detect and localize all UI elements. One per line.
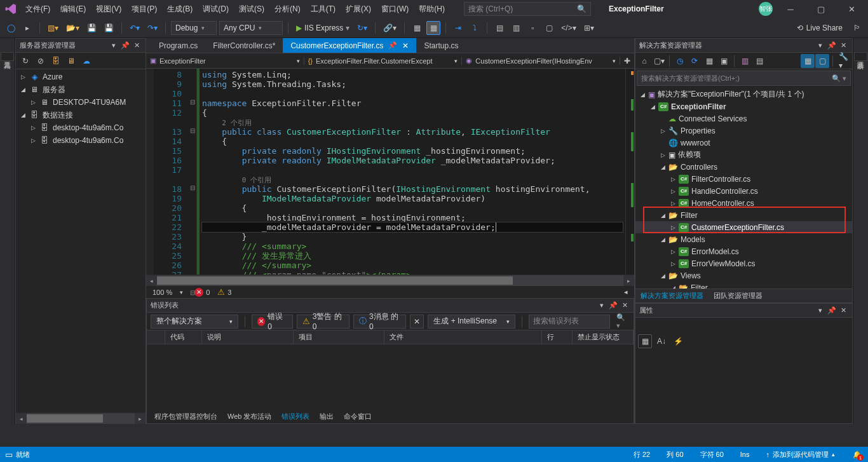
save-all-button[interactable]: 💾 — [102, 21, 116, 35]
tb-extra-3[interactable]: ▫ — [526, 21, 539, 35]
tb-extra-6[interactable]: ⊞▾ — [581, 21, 597, 35]
scope-select[interactable]: 整个解决方案▾ — [151, 315, 238, 329]
sln-node[interactable]: ◢📂Views — [635, 269, 852, 282]
doc-tab[interactable]: CustomerExceptionFilter.cs📌✕ — [283, 38, 416, 53]
nav-back-button[interactable]: ◯ — [4, 21, 18, 35]
menu-测试(S)[interactable]: 测试(S) — [234, 2, 269, 17]
col-header[interactable]: 禁止显示状态 — [573, 330, 634, 344]
tb-extra-4[interactable]: ▢ — [542, 21, 556, 35]
config-select[interactable]: Debug▾ — [171, 21, 217, 35]
solution-search[interactable]: 搜索解决方案资源管理器(Ctrl+;) 🔍 ▾ — [637, 71, 851, 86]
tb-extra-5[interactable]: </>▾ — [559, 21, 578, 35]
zoom-level[interactable]: 100 % — [153, 289, 172, 296]
alphabetical-icon[interactable]: A↓ — [654, 334, 668, 348]
doc-tab[interactable]: Startup.cs — [416, 38, 466, 53]
server-hscroll[interactable]: ◂ ▸ — [16, 412, 146, 423]
panel-pin-icon[interactable]: 📌 — [827, 41, 837, 51]
connect-db-icon[interactable]: 🗄 — [49, 54, 63, 68]
panel-close-icon[interactable]: ✕ — [838, 306, 848, 316]
nav-member[interactable]: ◉CustomerExceptionFilter(IHostingEnv▾ — [462, 57, 620, 65]
panel-close-icon[interactable]: ✕ — [132, 41, 142, 51]
solution-tree[interactable]: ◢▣解决方案"ExceptionFilter"(1 个项目/共 1 个)◢C#E… — [635, 87, 852, 289]
panel-pin-icon[interactable]: 📌 — [608, 301, 618, 311]
output-tab[interactable]: Web 发布活动 — [222, 411, 276, 423]
sln-bottom-tab[interactable]: 团队资源管理器 — [709, 290, 768, 302]
server-node[interactable]: ▷🗄desktop-4tu9a6m.Co — [16, 134, 146, 147]
menu-文件(F)[interactable]: 文件(F) — [20, 2, 55, 17]
sln-bottom-tab[interactable]: 解决方案资源管理器 — [635, 290, 709, 302]
messages-filter-button[interactable]: ⓘ3消息 的 0 — [353, 315, 406, 329]
nav-split-icon[interactable]: ✚ — [620, 57, 634, 65]
doc-tab[interactable]: FilterController.cs* — [205, 38, 283, 53]
col-header[interactable]: 说明 — [202, 330, 293, 344]
menubar-search[interactable]: 搜索 (Ctrl+Q) 🔍 — [464, 2, 591, 16]
output-tab[interactable]: 程序包管理器控制台 — [149, 411, 222, 423]
home-icon[interactable]: ⌂ — [637, 54, 651, 68]
col-header[interactable]: 行 — [542, 330, 573, 344]
properties-icon[interactable]: 🔧▾ — [836, 54, 850, 68]
scroll-right-icon[interactable]: ▸ — [623, 275, 634, 286]
output-tab[interactable]: 错误列表 — [276, 411, 315, 423]
tb-extra-2[interactable]: ▥ — [509, 21, 523, 35]
panel-pin-icon[interactable]: 📌 — [827, 306, 837, 316]
server-node[interactable]: ◢🗄数据连接 — [16, 109, 146, 121]
close-tab-icon[interactable]: ✕ — [402, 41, 409, 50]
scroll-left-icon[interactable]: ◂ — [146, 275, 157, 286]
sln-node[interactable]: ◢📂Filter — [635, 209, 852, 221]
events-icon[interactable]: ⚡ — [671, 334, 686, 348]
toolbox-tab[interactable]: 工具箱 — [1, 52, 14, 61]
stop-icon[interactable]: ⊘ — [34, 54, 48, 68]
browser-link-button[interactable]: 🔗▾ — [381, 21, 399, 35]
sln-node[interactable]: ◢📂Filter — [635, 282, 852, 289]
user-avatar[interactable]: 智张 — [759, 2, 773, 16]
code-editor[interactable]: 8910111213141516171819202122232425262728… — [146, 69, 634, 275]
panel-close-icon[interactable]: ✕ — [838, 41, 848, 51]
open-file-button[interactable]: 📂▾ — [64, 21, 82, 35]
server-node[interactable]: ▷◈Azure — [16, 71, 146, 83]
panel-pin-icon[interactable]: 📌 — [120, 41, 130, 51]
server-tree[interactable]: ▷◈Azure◢🖥服务器▷🖥DESKTOP-4TU9A6M◢🗄数据连接▷🗄des… — [16, 69, 146, 412]
sln-node[interactable]: ◢📂Models — [635, 233, 852, 245]
output-tab[interactable]: 命令窗口 — [339, 411, 377, 423]
code-content[interactable]: using System.Linq;using System.Threading… — [200, 69, 625, 275]
azure-icon[interactable]: ☁ — [79, 54, 93, 68]
menu-项目(P)[interactable]: 项目(P) — [126, 2, 162, 17]
panel-dropdown-icon[interactable]: ▾ — [815, 41, 825, 51]
panel-close-icon[interactable]: ✕ — [620, 301, 630, 311]
toolbox-btn-1[interactable]: ▦ — [410, 21, 424, 35]
sln-node[interactable]: ▷C#HomeController.cs — [635, 197, 852, 209]
refresh-icon[interactable]: ↻ — [18, 54, 32, 68]
scroll-left-icon[interactable]: ◂ — [16, 413, 27, 424]
col-header[interactable]: 项目 — [294, 330, 384, 344]
diagnostics-tab[interactable]: 诊断工具 — [854, 52, 867, 61]
sln-node[interactable]: ▷C#ErrorViewModel.cs — [635, 257, 852, 269]
clear-filter-button[interactable]: ✕ — [410, 315, 424, 329]
sln-node[interactable]: ▷C#HandleController.cs — [635, 185, 852, 197]
pending-icon[interactable]: ◷ — [673, 54, 687, 68]
server-node[interactable]: ▷🖥DESKTOP-4TU9A6M — [16, 96, 146, 109]
server-node[interactable]: ◢🖥服务器 — [16, 83, 146, 96]
step-over-button[interactable]: ⤵ — [468, 21, 482, 35]
menu-工具(T)[interactable]: 工具(T) — [306, 2, 341, 17]
feedback-button[interactable]: 🏳 — [850, 21, 864, 35]
sln-node[interactable]: ◢▣解决方案"ExceptionFilter"(1 个项目/共 1 个) — [635, 88, 852, 100]
run-button[interactable]: ▶ IIS Express▾ — [294, 21, 352, 35]
scroll-thumb[interactable] — [157, 276, 513, 285]
col-header[interactable]: 文件 — [384, 330, 542, 344]
refresh-button[interactable]: ↻▾ — [355, 21, 370, 35]
maximize-button[interactable]: ▢ — [808, 0, 834, 18]
col-header[interactable]: 代码 — [165, 330, 202, 344]
scope-icon[interactable]: ▢ — [815, 54, 829, 68]
live-share-button[interactable]: ⟲ Live Share — [792, 24, 848, 32]
scroll-thumb[interactable] — [27, 414, 103, 423]
menu-编辑(E)[interactable]: 编辑(E) — [55, 2, 91, 17]
server-node[interactable]: ▷🗄desktop-4tu9a6m.Co — [16, 121, 146, 134]
build-intellisense-select[interactable]: 生成 + IntelliSense▾ — [428, 315, 515, 329]
step-into-button[interactable]: ⇥ — [451, 21, 465, 35]
platform-select[interactable]: Any CPU▾ — [219, 21, 283, 35]
panel-dropdown-icon[interactable]: ▾ — [815, 306, 825, 316]
save-button[interactable]: 💾 — [85, 21, 99, 35]
menu-窗口(W)[interactable]: 窗口(W) — [376, 2, 414, 17]
connect-server-icon[interactable]: 🖥 — [64, 54, 78, 68]
source-control-button[interactable]: ↑添加到源代码管理▴ — [766, 449, 836, 460]
